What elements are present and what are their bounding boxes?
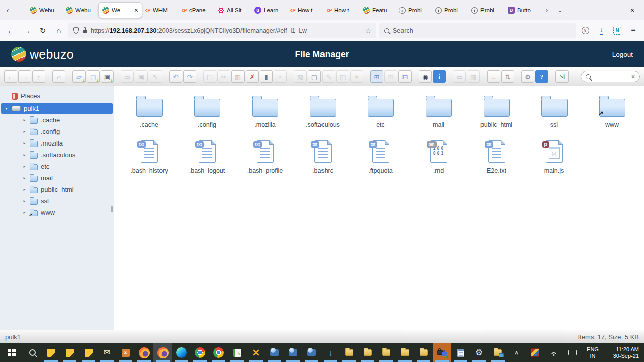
graphics-app-button[interactable] [526,343,544,362]
keyboard-button[interactable] [563,343,582,362]
download-manager-button[interactable]: ↓ [321,343,340,362]
pocket-icon[interactable]: ∨ [579,24,592,37]
folder-tile[interactable]: ssl [525,92,583,137]
help-button[interactable]: ? [535,70,548,83]
language-indicator[interactable]: ENG IN [582,343,604,362]
folder-tile[interactable]: .softaculous [294,92,352,137]
sort-button[interactable]: ≡ [487,70,500,83]
chrome-button[interactable] [209,343,228,362]
firefox-button[interactable] [153,343,172,362]
file-tile[interactable]: txtE2e.txt [467,137,525,183]
url-bar[interactable]: https://192.168.207.130:2003/sesszLx6pjQ… [68,23,376,38]
folder-tile[interactable]: mail [410,92,467,137]
browser-tab[interactable]: BButto [504,3,540,18]
sidebar-item-softaculous[interactable]: ▸.softaculous [0,149,114,161]
home-button[interactable]: ⌂ [52,24,65,37]
sidebar-item-www[interactable]: ▸↗www [0,207,114,219]
browser-tab[interactable]: All Sit [214,3,251,18]
start-button-button[interactable] [0,343,23,362]
folder-tile[interactable]: ↗www [583,92,641,137]
folder-tile[interactable]: .mozilla [236,92,294,137]
file-folder-button[interactable] [340,343,358,362]
winscp-button[interactable] [433,343,451,362]
file-grid-area[interactable]: .cache.config.mozilla.softaculousetcmail… [114,86,644,330]
browser-tab[interactable]: iProbl [432,3,468,18]
folder-tile[interactable]: .cache [120,92,178,137]
network-tool-button[interactable] [247,343,265,362]
sidebar-item-config[interactable]: ▸.config [0,126,114,137]
browser-tab[interactable]: cPcPane [178,3,214,18]
file-tile[interactable]: js{x}main.js [525,137,583,183]
browser-tab[interactable]: iProbl [468,3,504,18]
file-tile[interactable]: txt.bash_logout [178,137,236,183]
sticky-notes-button[interactable] [79,343,98,362]
menu-icon[interactable]: ≡ [627,24,640,37]
sidebar-item-public_html[interactable]: ▸public_html [0,184,114,195]
redo-button[interactable]: ↷ [183,70,196,83]
paste-button[interactable]: ▥ [231,70,245,83]
file-folder-button[interactable] [414,343,433,362]
file-tile[interactable]: txt.bash_history [120,137,178,183]
downloads-icon[interactable]: ↓ [595,24,608,37]
notepad-button[interactable] [451,343,470,362]
network-share-button[interactable] [489,343,507,362]
collapse-arrow-icon[interactable]: ▸ [22,153,27,157]
delete-button[interactable]: ✗ [246,70,259,83]
mail-app-button[interactable]: ✉ [98,343,116,362]
rename-button[interactable]: ▢ [308,70,321,83]
extension-icon[interactable]: N [611,24,624,37]
preferences-button[interactable]: ⚙ [521,70,534,83]
tray-expand-button[interactable]: ∧ [507,343,526,362]
collapse-arrow-icon[interactable]: ▸ [22,141,27,146]
fullscreen-button[interactable]: ⇲ [555,70,569,83]
lock-icon[interactable] [83,30,87,33]
tab-scroll-right-icon[interactable]: › [540,3,553,18]
sidebar-item-mail[interactable]: ▸mail [0,172,114,184]
browser-tab[interactable]: Featu [359,3,395,18]
sticky-notes-button[interactable] [42,343,60,362]
webuzo-logo[interactable]: webuzo [11,47,74,62]
text-editor-button[interactable] [228,343,247,362]
browser-tab[interactable]: cPWHM [142,3,178,18]
file-tile[interactable]: txt.ftpquota [352,137,410,183]
sidebar-item-cache[interactable]: ▸.cache [0,114,114,126]
sidebar-item-mozilla[interactable]: ▸.mozilla [0,137,114,149]
view-icons-button[interactable]: ⊞ [370,70,383,83]
outlook-button[interactable]: ✉ [116,343,135,362]
back-button[interactable]: ← [4,24,17,37]
close-tab-icon[interactable]: × [134,7,138,14]
tab-overflow-icon[interactable]: ⌄ [553,3,567,18]
back-button[interactable]: ← [4,70,17,83]
remote-desktop-button[interactable] [265,343,284,362]
up-button[interactable]: ↑ [32,70,45,83]
collapse-arrow-icon[interactable]: ▸ [22,129,27,134]
wifi-button[interactable] [544,343,563,362]
reload-button[interactable]: ↻ [36,24,49,37]
sticky-notes-button[interactable] [60,343,79,362]
browser-tab[interactable]: Webu [62,3,99,18]
collapse-arrow-icon[interactable]: ▸ [22,176,27,180]
file-search-clear-icon[interactable]: × [631,73,635,80]
collapse-arrow-icon[interactable]: ▸ [22,187,27,192]
browser-tab[interactable]: iProbl [395,3,432,18]
new-file-button[interactable]: ▢+ [87,70,100,83]
collapse-arrow-icon[interactable]: ▸ [22,210,27,215]
logout-link[interactable]: Logout [612,51,633,58]
show-hidden-button[interactable]: ◉ [419,70,432,83]
home-button[interactable]: ⌂ [52,70,65,83]
minimize-button[interactable]: – [575,0,598,20]
file-tile[interactable]: txt.bashrc [294,137,352,183]
collapse-arrow-icon[interactable]: ▸ [22,118,27,122]
sidebar-item-ssl[interactable]: ▸ssl [0,195,114,207]
collapse-arrow-icon[interactable]: ▸ [22,199,27,203]
firefox-button[interactable] [135,343,153,362]
forward-button[interactable]: → [18,70,31,83]
file-folder-button[interactable] [358,343,377,362]
browser-tab[interactable]: uLearn [251,3,287,18]
collapse-arrow-icon[interactable]: ▸ [22,164,27,169]
archive-button[interactable]: ▮ [260,70,273,83]
sidebar-item-etc[interactable]: ▸etc [0,161,114,172]
file-search-box[interactable]: × [581,71,640,82]
file-tile[interactable]: bin100 001.rnd [410,137,467,183]
browser-tab[interactable]: cPHow t [287,3,323,18]
